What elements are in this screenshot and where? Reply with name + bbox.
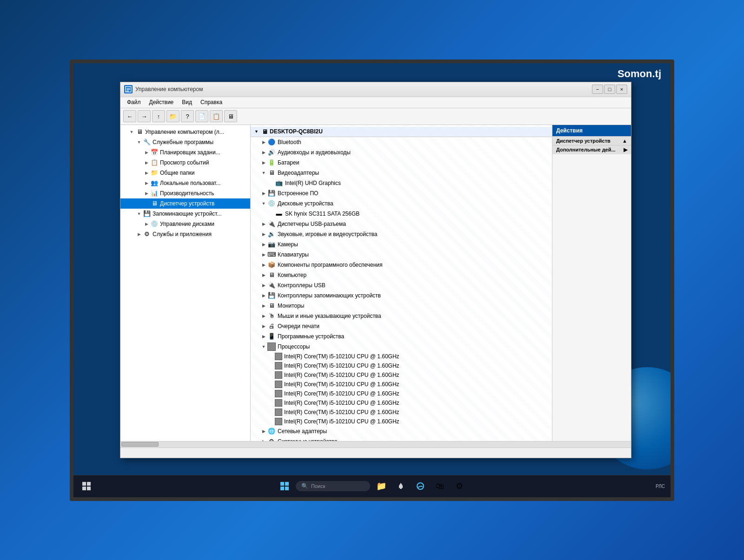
device-cpu[interactable]: ▼ Процессоры [251, 342, 552, 352]
root-label: Управление компьютером (л... [145, 129, 224, 135]
menu-help[interactable]: Справка [197, 98, 226, 106]
device-audio[interactable]: ▶ 🔊 Аудиовходы и аудиовыходы [251, 147, 552, 158]
device-print[interactable]: ▶ 🖨 Очереди печати [251, 321, 552, 331]
device-network[interactable]: ▶ 🌐 Сетевые адаптеры [251, 426, 552, 436]
properties-button[interactable]: 📋 [210, 110, 223, 122]
taskbar-store[interactable]: 🛍 [432, 478, 448, 494]
monitor-screen: Somon.tj Управление компьютером − [70, 59, 674, 501]
device-bluetooth[interactable]: ▶ 🔵 Bluetooth [251, 137, 552, 147]
svg-rect-11 [285, 487, 289, 490]
device-usb[interactable]: ▶ 🔌 Контроллеры USB [251, 280, 552, 290]
export-button[interactable]: 📄 [195, 110, 208, 122]
network-icon: 🌐 [267, 427, 276, 435]
menu-view[interactable]: Вид [178, 98, 196, 106]
device-cpu-0[interactable]: Intel(R) Core(TM) i5-10210U CPU @ 1.60GH… [251, 352, 552, 361]
device-cpu-5[interactable]: Intel(R) Core(TM) i5-10210U CPU @ 1.60GH… [251, 398, 552, 408]
device-display[interactable]: ▼ 🖥 Видеоадаптеры [251, 168, 552, 178]
title-bar: Управление компьютером − □ × [120, 82, 631, 97]
device-software[interactable]: ▶ 📦 Компоненты программного обеспечения [251, 260, 552, 270]
maximize-button[interactable]: □ [604, 85, 615, 94]
device-cpu-1[interactable]: Intel(R) Core(TM) i5-10210U CPU @ 1.60GH… [251, 361, 552, 370]
title-bar-icon [124, 85, 133, 93]
devmgr-label: Диспетчер устройств [160, 200, 214, 207]
close-button[interactable]: × [616, 85, 627, 94]
taskbar-notification[interactable] [392, 478, 409, 494]
forward-button[interactable]: → [138, 110, 151, 122]
device-skhynix[interactable]: ▬ SK hynix SC311 SATA 256GB [251, 209, 552, 219]
device-computer[interactable]: ▶ 🖥 Компьютер [251, 270, 552, 280]
actions-section-more[interactable]: Дополнительные дей... ▶ [552, 145, 631, 154]
computer-button[interactable]: 🖥 [224, 110, 237, 122]
sidebar-item-perf[interactable]: ▶ 📊 Производительность [120, 188, 250, 198]
expand-icon: ▼ [260, 344, 267, 349]
storage-ctrl-label: Контроллеры запоминающих устройств [278, 292, 381, 299]
taskbar: 🔍 Поиск 📁 🛍 ⚙ [73, 475, 671, 497]
display-label: Видеоадаптеры [278, 170, 319, 176]
menu-action[interactable]: Действие [146, 98, 178, 106]
device-camera[interactable]: ▶ 📷 Камеры [251, 239, 552, 250]
sidebar-item-storage[interactable]: ▼ 💾 Запоминающие устройст... [120, 209, 250, 219]
actions-header: Действия [552, 125, 631, 136]
sidebar-item-services[interactable]: ▶ ⚙ Службы и приложения [120, 229, 250, 239]
battery-label: Батареи [278, 159, 299, 166]
device-cpu-2[interactable]: Intel(R) Core(TM) i5-10210U CPU @ 1.60GH… [251, 370, 552, 380]
help-button[interactable]: ? [181, 110, 194, 122]
taskbar-search[interactable]: 🔍 Поиск [296, 481, 370, 491]
device-keyboard[interactable]: ▶ ⌨ Клавиатуры [251, 250, 552, 260]
cpu-2-icon [275, 371, 282, 379]
start-button[interactable] [276, 478, 293, 494]
sidebar-item-shared[interactable]: ▶ 📁 Общие папки [120, 168, 250, 178]
perf-label: Производительность [160, 190, 214, 197]
up-button[interactable]: ↑ [152, 110, 165, 122]
svg-rect-8 [280, 482, 284, 486]
device-cpu-6[interactable]: Intel(R) Core(TM) i5-10210U CPU @ 1.60GH… [251, 408, 552, 417]
header-label: DESKTOP-QC8BI2U [270, 128, 323, 135]
taskbar-file-explorer[interactable]: 📁 [373, 478, 390, 494]
sidebar-item-scheduler[interactable]: ▶ 📅 Планировщик задани... [120, 147, 250, 158]
svg-rect-3 [126, 91, 129, 92]
back-button[interactable]: ← [123, 110, 136, 122]
disk-icon: 💿 [267, 199, 276, 208]
intel-uhd-label: Intel(R) UHD Graphics [285, 180, 341, 186]
device-battery[interactable]: ▶ 🔋 Батареи [251, 158, 552, 168]
expand-icon: ▶ [260, 429, 267, 434]
taskbar-settings[interactable]: ⚙ [451, 478, 468, 494]
device-sound[interactable]: ▶ 🔉 Звуковые, игровые и видеоустройства [251, 229, 552, 239]
device-cpu-4[interactable]: Intel(R) Core(TM) i5-10210U CPU @ 1.60GH… [251, 389, 552, 398]
svg-rect-2 [126, 89, 130, 90]
scrollbar-thumb[interactable] [121, 442, 159, 447]
device-monitor[interactable]: ▶ 🖥 Мониторы [251, 301, 552, 311]
taskbar-icon-grid[interactable] [78, 478, 95, 494]
sidebar-item-root[interactable]: ▼ 🖥 Управление компьютером (л... [120, 127, 250, 137]
minimize-button[interactable]: − [592, 85, 603, 94]
cpu-1-label: Intel(R) Core(TM) i5-10210U CPU @ 1.60GH… [284, 362, 399, 369]
show-hide-tree[interactable]: 📁 [166, 110, 179, 122]
device-mouse[interactable]: ▶ 🖱 Мыши и иные указывающие устройства [251, 311, 552, 321]
sidebar-tree: ▼ 🖥 Управление компьютером (л... ▼ 🔧 Слу… [120, 125, 251, 441]
device-system[interactable]: ▶ ⚙ Системные устройства [251, 436, 552, 441]
sidebar-item-users[interactable]: ▶ 👥 Локальные пользоват... [120, 178, 250, 188]
device-intel-uhd[interactable]: 📺 Intel(R) UHD Graphics [251, 178, 552, 188]
menu-file[interactable]: Файл [123, 98, 145, 106]
sidebar-item-events[interactable]: ▶ 📋 Просмотр событий [120, 158, 250, 168]
expand-icon: ▶ [143, 150, 150, 155]
device-cpu-7[interactable]: Intel(R) Core(TM) i5-10210U CPU @ 1.60GH… [251, 417, 552, 426]
sidebar-item-diskmanage[interactable]: ▶ 💿 Управление дисками [120, 219, 250, 229]
device-soft-dev[interactable]: ▶ 📱 Программные устройства [251, 331, 552, 342]
expand-icon: ▶ [260, 314, 267, 318]
expand-icon: ▶ [143, 222, 150, 226]
device-disk[interactable]: ▼ 💿 Дисковые устройства [251, 198, 552, 209]
intel-uhd-icon: 📺 [275, 179, 283, 187]
device-firmware[interactable]: ▶ 💾 Встроенное ПО [251, 188, 552, 198]
device-cpu-3[interactable]: Intel(R) Core(TM) i5-10210U CPU @ 1.60GH… [251, 380, 552, 389]
horizontal-scrollbar[interactable] [120, 441, 631, 448]
storage-icon: 💾 [143, 210, 151, 218]
taskbar-edge[interactable] [412, 478, 429, 494]
device-usb-ctrl[interactable]: ▶ 🔌 Диспетчеры USB-разъема [251, 219, 552, 229]
sidebar-item-utilities[interactable]: ▼ 🔧 Служебные программы [120, 137, 250, 147]
usb-label: Контроллеры USB [278, 282, 326, 289]
audio-icon: 🔊 [267, 148, 276, 157]
device-storage-ctrl[interactable]: ▶ 💾 Контроллеры запоминающих устройств [251, 290, 552, 301]
soft-dev-label: Программные устройства [278, 333, 344, 340]
sidebar-item-devmgr[interactable]: 🖥 Диспетчер устройств [120, 198, 250, 209]
